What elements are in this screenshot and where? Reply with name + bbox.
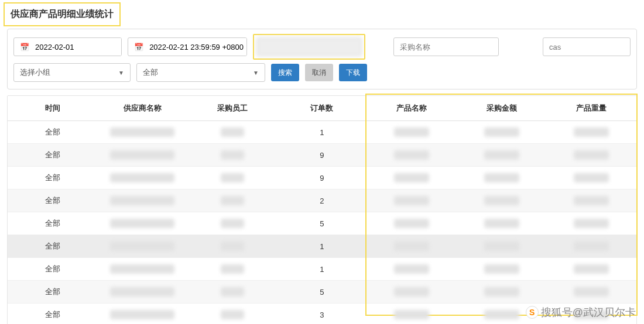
cell-product: [367, 258, 457, 281]
cell-supplier: [97, 189, 187, 212]
cell-product: [367, 304, 457, 325]
start-date-input[interactable]: 📅: [13, 37, 122, 56]
table-row: 全部 9: [8, 144, 636, 167]
end-date-field[interactable]: [149, 38, 247, 56]
cell-amount: [457, 212, 546, 235]
cell-weight: [547, 121, 636, 144]
cell-time: 全部: [8, 144, 97, 167]
cell-time: 全部: [8, 212, 97, 235]
cell-product: [367, 212, 457, 235]
cell-supplier: [97, 144, 187, 167]
group-select[interactable]: 选择小组 ▼: [13, 63, 131, 82]
cell-time: 全部: [8, 167, 97, 189]
cell-product: [367, 189, 457, 212]
cell-amount: [457, 167, 546, 189]
cell-weight: [547, 235, 636, 258]
cell-time: 全部: [8, 281, 97, 304]
col-weight: 产品重量: [547, 96, 636, 121]
table-row: 全部 1: [8, 258, 636, 281]
cell-orders: 1: [277, 258, 366, 281]
end-date-input[interactable]: 📅: [128, 37, 247, 56]
cell-staff: [187, 189, 277, 212]
cell-time: 全部: [8, 189, 97, 212]
cell-time: 全部: [8, 304, 97, 325]
table-row: 全部 1: [8, 121, 636, 144]
cell-supplier: [97, 258, 187, 281]
cell-supplier: [97, 281, 187, 304]
cell-supplier: [97, 121, 187, 144]
cell-time: 全部: [8, 258, 97, 281]
cell-amount: [457, 189, 546, 212]
cell-product: [367, 121, 457, 144]
cas-input[interactable]: [543, 37, 631, 56]
cell-weight: [547, 167, 636, 189]
col-amount: 采购金额: [457, 96, 546, 121]
cell-weight: [547, 258, 636, 281]
cell-orders: 9: [277, 144, 366, 167]
chevron-down-icon: ▼: [118, 70, 124, 76]
cell-staff: [187, 281, 277, 304]
table-row: 全部 5: [8, 281, 636, 304]
cell-supplier: [97, 212, 187, 235]
cell-time: 全部: [8, 235, 97, 258]
purchase-name-input[interactable]: [393, 37, 499, 56]
search-input[interactable]: [256, 37, 362, 56]
cell-amount: [457, 304, 546, 325]
performance-table: 时间 供应商名称 采购员工 订单数 产品名称 采购金额 产品重量 全部 1 全部…: [8, 96, 636, 324]
search-button[interactable]: 搜索: [271, 64, 299, 81]
cell-staff: [187, 304, 277, 325]
cell-amount: [457, 235, 546, 258]
cell-supplier: [97, 235, 187, 258]
table-row: 全部 1: [8, 235, 636, 258]
chevron-down-icon: ▼: [253, 70, 259, 76]
table-row: 全部 9: [8, 167, 636, 189]
cell-product: [367, 235, 457, 258]
table-wrapper: 时间 供应商名称 采购员工 订单数 产品名称 采购金额 产品重量 全部 1 全部…: [7, 95, 637, 324]
cell-weight: [547, 212, 636, 235]
cell-orders: 2: [277, 189, 366, 212]
cell-staff: [187, 121, 277, 144]
cell-orders: 3: [277, 304, 366, 325]
cell-time: 全部: [8, 121, 97, 144]
filter-panel: 📅 📅 选择小组 ▼ 全部 ▼ 搜索 取消 下载: [7, 29, 637, 89]
cell-amount: [457, 281, 546, 304]
start-date-field[interactable]: [35, 38, 122, 56]
cell-weight: [547, 281, 636, 304]
col-product: 产品名称: [367, 96, 457, 121]
page-title: 供应商产品明细业绩统计: [4, 2, 121, 26]
cell-staff: [187, 144, 277, 167]
calendar-icon: 📅: [14, 43, 35, 51]
cell-orders: 1: [277, 235, 366, 258]
cell-amount: [457, 121, 546, 144]
col-orders: 订单数: [277, 96, 366, 121]
cell-staff: [187, 258, 277, 281]
cell-supplier: [97, 167, 187, 189]
calendar-icon: 📅: [128, 43, 149, 51]
table-row: 全部 3: [8, 304, 636, 325]
col-supplier: 供应商名称: [97, 96, 187, 121]
col-time: 时间: [8, 96, 97, 121]
cell-weight: [547, 304, 636, 325]
table-row: 全部 5: [8, 212, 636, 235]
cell-amount: [457, 258, 546, 281]
cell-weight: [547, 144, 636, 167]
download-button[interactable]: 下载: [339, 64, 367, 81]
cell-orders: 1: [277, 121, 366, 144]
table-row: 全部 2: [8, 189, 636, 212]
cell-product: [367, 281, 457, 304]
highlighted-search-box: [253, 34, 365, 60]
cell-amount: [457, 144, 546, 167]
cell-staff: [187, 167, 277, 189]
cell-orders: 5: [277, 212, 366, 235]
cell-staff: [187, 235, 277, 258]
col-staff: 采购员工: [187, 96, 277, 121]
cell-staff: [187, 212, 277, 235]
cell-weight: [547, 189, 636, 212]
cell-orders: 9: [277, 167, 366, 189]
cell-product: [367, 144, 457, 167]
cell-supplier: [97, 304, 187, 325]
cancel-button[interactable]: 取消: [305, 64, 333, 81]
cell-orders: 5: [277, 281, 366, 304]
all-select[interactable]: 全部 ▼: [136, 63, 265, 82]
cell-product: [367, 167, 457, 189]
